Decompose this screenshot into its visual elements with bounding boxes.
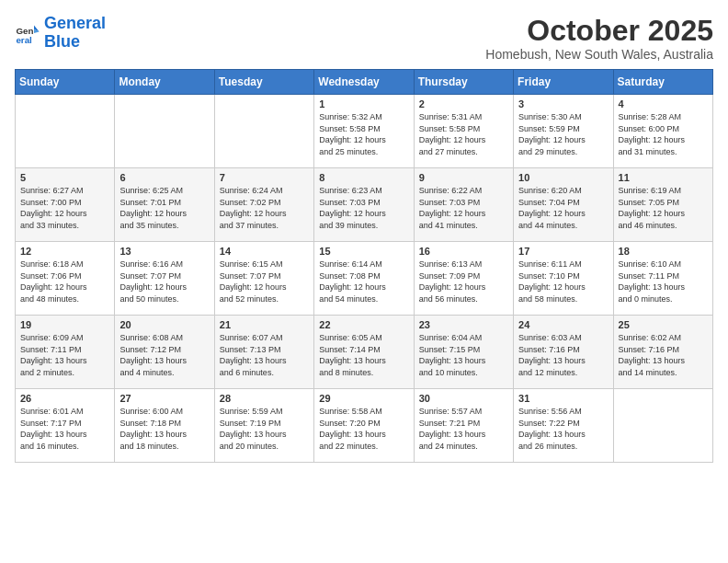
calendar-table: SundayMondayTuesdayWednesdayThursdayFrid…: [15, 69, 713, 463]
day-number: 13: [119, 246, 209, 257]
day-cell: 25Sunrise: 6:02 AM Sunset: 7:16 PM Dayli…: [613, 316, 712, 389]
week-row-4: 19Sunrise: 6:09 AM Sunset: 7:11 PM Dayli…: [16, 316, 713, 389]
day-number: 28: [220, 393, 309, 404]
day-info: Sunrise: 6:14 AM Sunset: 7:08 PM Dayligh…: [319, 259, 408, 304]
day-cell: [613, 389, 712, 463]
day-number: 11: [619, 172, 708, 183]
day-cell: 7Sunrise: 6:24 AM Sunset: 7:02 PM Daylig…: [214, 168, 313, 242]
day-cell: 9Sunrise: 6:22 AM Sunset: 7:03 PM Daylig…: [414, 168, 513, 242]
day-number: 12: [20, 246, 109, 257]
day-number: 26: [20, 393, 109, 404]
day-info: Sunrise: 6:01 AM Sunset: 7:17 PM Dayligh…: [20, 406, 109, 452]
day-info: Sunrise: 6:27 AM Sunset: 7:00 PM Dayligh…: [20, 185, 109, 231]
day-number: 15: [319, 246, 408, 257]
day-cell: 11Sunrise: 6:19 AM Sunset: 7:05 PM Dayli…: [613, 168, 712, 242]
week-row-5: 26Sunrise: 6:01 AM Sunset: 7:17 PM Dayli…: [16, 389, 713, 463]
day-number: 14: [220, 246, 309, 257]
day-cell: 30Sunrise: 5:57 AM Sunset: 7:21 PM Dayli…: [414, 389, 513, 463]
svg-text:eral: eral: [16, 35, 32, 45]
day-cell: 18Sunrise: 6:10 AM Sunset: 7:11 PM Dayli…: [613, 242, 712, 316]
day-info: Sunrise: 6:25 AM Sunset: 7:01 PM Dayligh…: [119, 185, 209, 231]
day-cell: 27Sunrise: 6:00 AM Sunset: 7:18 PM Dayli…: [115, 389, 214, 463]
day-number: 29: [319, 393, 408, 404]
weekday-header-wednesday: Wednesday: [314, 70, 414, 95]
day-number: 27: [119, 393, 209, 404]
day-info: Sunrise: 6:07 AM Sunset: 7:13 PM Dayligh…: [220, 332, 309, 378]
day-cell: 23Sunrise: 6:04 AM Sunset: 7:15 PM Dayli…: [414, 316, 513, 389]
page-header: Gen eral GeneralBlue October 2025 Homebu…: [15, 15, 713, 62]
day-info: Sunrise: 5:30 AM Sunset: 5:59 PM Dayligh…: [518, 111, 608, 157]
day-cell: 31Sunrise: 5:56 AM Sunset: 7:22 PM Dayli…: [514, 389, 613, 463]
day-number: 9: [419, 172, 508, 183]
day-cell: [115, 95, 214, 168]
weekday-header-sunday: Sunday: [16, 70, 115, 95]
day-info: Sunrise: 6:09 AM Sunset: 7:11 PM Dayligh…: [20, 332, 109, 378]
day-cell: 14Sunrise: 6:15 AM Sunset: 7:07 PM Dayli…: [214, 242, 313, 316]
weekday-header-monday: Monday: [115, 70, 214, 95]
day-info: Sunrise: 6:16 AM Sunset: 7:07 PM Dayligh…: [119, 259, 209, 304]
day-cell: 19Sunrise: 6:09 AM Sunset: 7:11 PM Dayli…: [16, 316, 115, 389]
day-cell: [214, 95, 313, 168]
day-info: Sunrise: 6:02 AM Sunset: 7:16 PM Dayligh…: [619, 332, 708, 378]
day-cell: 22Sunrise: 6:05 AM Sunset: 7:14 PM Dayli…: [314, 316, 414, 389]
day-info: Sunrise: 5:59 AM Sunset: 7:19 PM Dayligh…: [220, 406, 309, 452]
day-cell: 4Sunrise: 5:28 AM Sunset: 6:00 PM Daylig…: [613, 95, 712, 168]
day-cell: 10Sunrise: 6:20 AM Sunset: 7:04 PM Dayli…: [514, 168, 613, 242]
day-cell: [16, 95, 115, 168]
day-cell: 29Sunrise: 5:58 AM Sunset: 7:20 PM Dayli…: [314, 389, 414, 463]
week-row-2: 5Sunrise: 6:27 AM Sunset: 7:00 PM Daylig…: [16, 168, 713, 242]
day-info: Sunrise: 6:15 AM Sunset: 7:07 PM Dayligh…: [220, 259, 309, 304]
day-cell: 17Sunrise: 6:11 AM Sunset: 7:10 PM Dayli…: [514, 242, 613, 316]
day-number: 21: [220, 319, 309, 330]
day-number: 17: [518, 246, 608, 257]
day-info: Sunrise: 5:57 AM Sunset: 7:21 PM Dayligh…: [419, 406, 508, 452]
day-cell: 6Sunrise: 6:25 AM Sunset: 7:01 PM Daylig…: [115, 168, 214, 242]
logo: Gen eral GeneralBlue: [15, 15, 106, 52]
day-info: Sunrise: 6:03 AM Sunset: 7:16 PM Dayligh…: [518, 332, 608, 378]
day-number: 2: [419, 98, 508, 109]
day-cell: 1Sunrise: 5:32 AM Sunset: 5:58 PM Daylig…: [314, 95, 414, 168]
month-title: October 2025: [485, 15, 713, 47]
day-info: Sunrise: 6:08 AM Sunset: 7:12 PM Dayligh…: [119, 332, 209, 378]
day-number: 8: [319, 172, 408, 183]
day-cell: 20Sunrise: 6:08 AM Sunset: 7:12 PM Dayli…: [115, 316, 214, 389]
weekday-header-tuesday: Tuesday: [214, 70, 313, 95]
day-info: Sunrise: 6:20 AM Sunset: 7:04 PM Dayligh…: [518, 185, 608, 231]
day-info: Sunrise: 6:19 AM Sunset: 7:05 PM Dayligh…: [619, 185, 708, 231]
day-info: Sunrise: 5:58 AM Sunset: 7:20 PM Dayligh…: [319, 406, 408, 452]
weekday-header-row: SundayMondayTuesdayWednesdayThursdayFrid…: [16, 70, 713, 95]
day-number: 19: [20, 319, 109, 330]
day-cell: 8Sunrise: 6:23 AM Sunset: 7:03 PM Daylig…: [314, 168, 414, 242]
day-info: Sunrise: 5:56 AM Sunset: 7:22 PM Dayligh…: [518, 406, 608, 452]
day-cell: 21Sunrise: 6:07 AM Sunset: 7:13 PM Dayli…: [214, 316, 313, 389]
weekday-header-saturday: Saturday: [613, 70, 712, 95]
day-number: 6: [119, 172, 209, 183]
day-number: 7: [220, 172, 309, 183]
day-info: Sunrise: 6:05 AM Sunset: 7:14 PM Dayligh…: [319, 332, 408, 378]
day-info: Sunrise: 5:28 AM Sunset: 6:00 PM Dayligh…: [619, 111, 708, 157]
day-info: Sunrise: 6:11 AM Sunset: 7:10 PM Dayligh…: [518, 259, 608, 304]
day-number: 31: [518, 393, 608, 404]
day-number: 30: [419, 393, 508, 404]
day-number: 5: [20, 172, 109, 183]
day-cell: 12Sunrise: 6:18 AM Sunset: 7:06 PM Dayli…: [16, 242, 115, 316]
day-number: 10: [518, 172, 608, 183]
weekday-header-friday: Friday: [514, 70, 613, 95]
day-cell: 24Sunrise: 6:03 AM Sunset: 7:16 PM Dayli…: [514, 316, 613, 389]
day-number: 18: [619, 246, 708, 257]
day-cell: 28Sunrise: 5:59 AM Sunset: 7:19 PM Dayli…: [214, 389, 313, 463]
day-number: 23: [419, 319, 508, 330]
day-number: 16: [419, 246, 508, 257]
day-number: 20: [119, 319, 209, 330]
week-row-3: 12Sunrise: 6:18 AM Sunset: 7:06 PM Dayli…: [16, 242, 713, 316]
day-number: 4: [619, 98, 708, 109]
logo-text: GeneralBlue: [44, 15, 106, 52]
day-cell: 13Sunrise: 6:16 AM Sunset: 7:07 PM Dayli…: [115, 242, 214, 316]
day-info: Sunrise: 6:22 AM Sunset: 7:03 PM Dayligh…: [419, 185, 508, 231]
day-cell: 26Sunrise: 6:01 AM Sunset: 7:17 PM Dayli…: [16, 389, 115, 463]
day-info: Sunrise: 6:18 AM Sunset: 7:06 PM Dayligh…: [20, 259, 109, 304]
day-info: Sunrise: 6:13 AM Sunset: 7:09 PM Dayligh…: [419, 259, 508, 304]
day-cell: 15Sunrise: 6:14 AM Sunset: 7:08 PM Dayli…: [314, 242, 414, 316]
day-number: 25: [619, 319, 708, 330]
day-info: Sunrise: 5:32 AM Sunset: 5:58 PM Dayligh…: [319, 111, 408, 157]
